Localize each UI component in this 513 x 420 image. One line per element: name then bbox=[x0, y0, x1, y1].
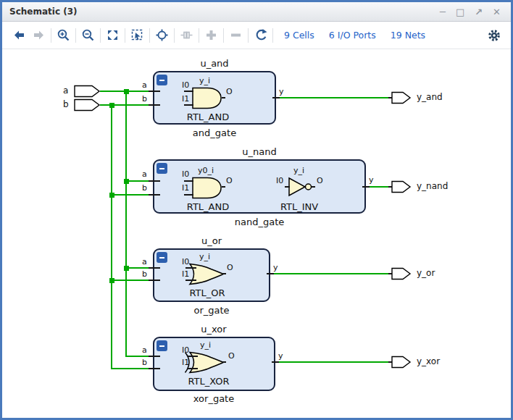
output-port-label-y_xor: y_xor bbox=[417, 356, 440, 366]
pin-stub bbox=[149, 104, 160, 106]
gate-name-label: y0_i bbox=[198, 166, 214, 175]
instance-label-u_xor: u_xor bbox=[201, 324, 226, 335]
pin-stub bbox=[222, 186, 225, 188]
block-pin-a-label: a bbox=[142, 257, 147, 266]
minimize-icon[interactable]: ─ bbox=[440, 7, 446, 17]
back-button[interactable] bbox=[9, 26, 29, 45]
block-pin-b-label: b bbox=[142, 94, 147, 104]
net-junction bbox=[109, 103, 114, 108]
net-junction bbox=[124, 89, 129, 94]
zoom-in-icon bbox=[57, 28, 70, 42]
toolbar-separator bbox=[223, 28, 224, 43]
collapse-button-u_nand[interactable] bbox=[157, 163, 167, 174]
regenerate-icon bbox=[254, 28, 267, 42]
block-pin-y-label: y bbox=[369, 175, 374, 185]
pin-stub bbox=[184, 104, 193, 106]
pin-stub bbox=[149, 91, 160, 92]
float-icon[interactable]: ↗ bbox=[475, 7, 483, 17]
window-title: Schematic (3) bbox=[9, 7, 78, 17]
toolbar-separator bbox=[75, 28, 76, 43]
back-icon bbox=[12, 28, 26, 42]
output-port-label-y_nand: y_nand bbox=[417, 181, 448, 191]
and-gate[interactable] bbox=[192, 87, 222, 109]
titlebar: Schematic (3) ─ □ ↗ ✕ bbox=[2, 2, 511, 22]
add-button[interactable] bbox=[201, 26, 221, 45]
autofit-selection-button[interactable] bbox=[152, 26, 172, 45]
net-junction bbox=[109, 278, 114, 283]
input-port-b[interactable] bbox=[74, 98, 101, 112]
toolbar-separator bbox=[51, 28, 51, 43]
toolbar: 9 Cells 6 I/O Ports 19 Nets bbox=[2, 22, 511, 49]
gate-name-label: y_i bbox=[199, 252, 210, 261]
pin-stub bbox=[149, 280, 160, 281]
pin-stub bbox=[222, 273, 226, 274]
gear-icon bbox=[487, 28, 501, 43]
pin-stub bbox=[184, 91, 193, 92]
close-icon[interactable]: ✕ bbox=[493, 7, 501, 17]
regenerate-button[interactable] bbox=[251, 26, 270, 45]
net-a-rail[interactable] bbox=[125, 91, 127, 357]
zoom-out-button[interactable] bbox=[78, 26, 98, 45]
nets-count-link[interactable]: 19 Nets bbox=[391, 30, 425, 41]
output-port-y_and[interactable] bbox=[391, 91, 412, 104]
pin-stub bbox=[149, 267, 160, 269]
collapse-button-u_and[interactable] bbox=[157, 75, 167, 85]
cells-count-link[interactable]: 9 Cells bbox=[284, 30, 314, 41]
or-gate[interactable] bbox=[188, 263, 225, 285]
block-pin-a-label: a bbox=[142, 80, 147, 90]
pin-stub bbox=[188, 368, 198, 369]
input-port-label-b: b bbox=[63, 99, 69, 109]
block-pin-b-label: b bbox=[142, 269, 147, 279]
gate-out-label: O bbox=[227, 263, 233, 272]
instance-label-u_nand: u_nand bbox=[242, 146, 276, 157]
expand-cone-icon bbox=[180, 28, 193, 42]
collapse-button-u_or[interactable] bbox=[157, 252, 167, 263]
collapse-button-u_xor[interactable] bbox=[157, 340, 167, 351]
zoom-out-icon bbox=[81, 28, 95, 42]
caption-label-nand_gate: nand_gate bbox=[235, 217, 285, 227]
toolbar-separator bbox=[174, 28, 175, 43]
zoom-to-selection-button[interactable] bbox=[128, 26, 147, 45]
toolbar-separator bbox=[248, 28, 249, 43]
toolbar-separator bbox=[149, 28, 150, 43]
pin-stub bbox=[285, 186, 290, 188]
forward-button[interactable] bbox=[29, 26, 49, 45]
block-pin-y-label: y bbox=[278, 351, 283, 361]
gate-in0-label: I0 bbox=[182, 169, 189, 179]
zoom-in-button[interactable] bbox=[54, 26, 73, 45]
output-port-y_xor[interactable] bbox=[391, 356, 412, 369]
maximize-icon[interactable]: □ bbox=[456, 7, 464, 17]
zoom-fit-button[interactable] bbox=[103, 26, 122, 45]
net-b-rail[interactable] bbox=[111, 104, 112, 369]
minus-icon bbox=[159, 345, 164, 347]
minus-icon bbox=[159, 257, 164, 259]
pin-stub bbox=[222, 361, 226, 363]
output-port-y_nand[interactable] bbox=[391, 180, 412, 193]
block-pin-b-label: b bbox=[142, 358, 147, 367]
instance-label-u_or: u_or bbox=[201, 235, 222, 246]
io-ports-count-link[interactable]: 6 I/O Ports bbox=[329, 30, 376, 41]
pin-stub bbox=[149, 194, 160, 196]
expand-cone-button[interactable] bbox=[177, 26, 196, 45]
and-gate[interactable] bbox=[192, 177, 222, 199]
pin-stub bbox=[267, 273, 274, 274]
gate-out-label: O bbox=[226, 87, 233, 96]
caption-label-or_gate: or_gate bbox=[193, 305, 229, 316]
gate-type-label: RTL_INV bbox=[280, 201, 318, 212]
xor-gate[interactable] bbox=[184, 351, 225, 374]
pin-stub bbox=[312, 186, 315, 188]
pin-stub bbox=[222, 97, 225, 98]
pin-stub bbox=[149, 368, 160, 369]
remove-button[interactable] bbox=[226, 26, 246, 45]
block-pin-y-label: y bbox=[273, 263, 278, 272]
gate-type-label: RTL_OR bbox=[189, 287, 225, 298]
output-port-y_or[interactable] bbox=[391, 267, 412, 280]
output-port-label-y_and: y_and bbox=[417, 92, 443, 102]
zoom-to-selection-icon bbox=[130, 28, 144, 42]
toolbar-separator bbox=[125, 28, 125, 43]
settings-gear-button[interactable] bbox=[484, 26, 504, 45]
gate-in1-label: I1 bbox=[182, 94, 189, 104]
gate-type-label: RTL_AND bbox=[187, 112, 229, 122]
input-port-a[interactable] bbox=[74, 85, 101, 98]
schematic-canvas[interactable]: u_and and_gate a b I0 I1 y_i O RTL_AND y… bbox=[2, 49, 511, 418]
